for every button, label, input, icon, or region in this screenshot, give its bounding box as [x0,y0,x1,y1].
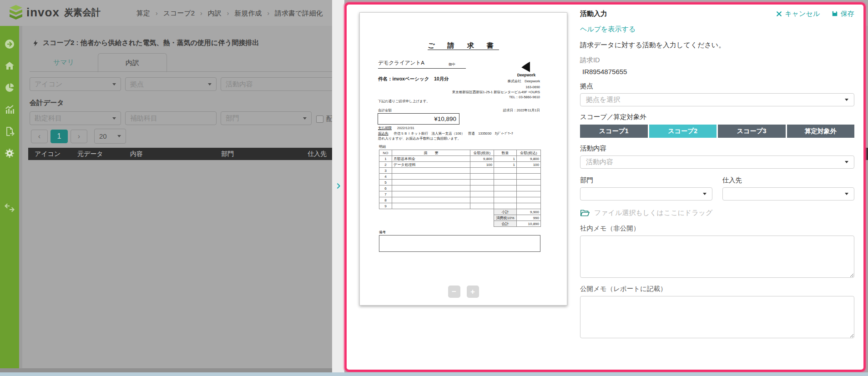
supplier-select[interactable] [722,187,855,201]
total-amount-label: 合計金額 [378,108,392,113]
vertical-scrollbar[interactable] [19,26,22,372]
sidebar-item-analytics[interactable] [0,101,19,118]
internal-memo-textarea[interactable] [580,236,854,278]
total-amount-value: ¥10,890 [378,113,459,125]
logo-suffix: 炭素会計 [64,6,101,19]
pagination-prev-button[interactable]: ‹ [31,130,48,143]
page-size-select[interactable]: 20 [94,129,126,144]
invoice-line-row: 3 [379,168,541,174]
invoice-line-row: 8 [379,197,541,203]
internal-memo-label: 社内メモ（非公開） [580,224,854,233]
invoice-company: 株式会社 Deepwork [508,79,540,84]
invoice-id-label: 請求ID [580,56,854,65]
filter-activity-input[interactable]: 活動内容 [221,77,339,91]
column-header-icon: アイコン [35,150,61,158]
save-label: 保存 [841,10,854,18]
breadcrumb-item[interactable]: スコープ2 [150,9,195,18]
file-drop-zone[interactable]: ファイル選択もしくはここにドラッグ [580,208,854,218]
filter-subaccount-input[interactable]: 補助科目 [125,111,217,125]
column-header-supplier: 仕入先 [308,150,327,158]
invoice-preview: ご 請 求 書 デモクライアントA 御中 Deepwork 件名：invoxベー… [359,12,567,306]
zoom-in-button[interactable]: + [467,286,479,298]
invoice-postal: 163-0690 [525,85,540,89]
breadcrumb-item[interactable]: 請求書で詳細化 [262,9,323,18]
due-date-label: 支払期限 [378,126,392,130]
invoice-date: 請求日：2022年11月1日 [503,108,540,113]
remarks-label: 備考 [379,230,386,235]
scope1-button[interactable]: スコープ1 [580,125,648,138]
breadcrumb-item[interactable]: 算定 [136,9,150,18]
home-icon [4,60,15,71]
chevron-down-icon [303,117,307,120]
sidebar-item-settings[interactable] [0,145,19,161]
invox-logo-icon [9,5,23,20]
invoice-line-items-table: NO 摘 要 金額(税抜) 数量 金額(税込) 1 月額基本料金 9,800 1… [379,150,541,209]
app-logo[interactable]: invox 炭素会計 [9,5,101,20]
form-instruction: 請求データに対する活動を入力してください。 [580,41,854,50]
gear-icon [4,148,15,159]
filter-activity-placeholder: 活動内容 [226,80,253,89]
cancel-label: キャンセル [785,10,820,18]
invoice-line-row: 1 月額基本料金 9,800 1 9,800 [379,156,541,162]
summary-row: 小計 9,900 [494,209,541,215]
drawer-expand-button[interactable] [333,179,343,193]
sidebar-item-export[interactable] [0,123,19,140]
circle-arrow-icon [4,39,15,50]
scope2-button[interactable]: スコープ2 [649,125,717,138]
cancel-button[interactable]: キャンセル [776,10,820,18]
invoice-line-row: 6 [379,185,541,191]
sidebar-item-home[interactable] [0,58,19,74]
activity-select[interactable]: 活動内容 [580,155,854,169]
location-label: 拠点 [580,82,854,90]
location-select[interactable]: 拠点を選択 [580,93,854,106]
breadcrumb-item[interactable]: 新規作成 [222,9,262,18]
page-size-value: 20 [99,132,107,140]
activity-label: 活動内容 [580,144,854,153]
save-button[interactable]: 保存 [832,10,854,18]
zoom-out-button[interactable]: − [448,286,460,298]
chevron-down-icon [117,135,121,137]
sidebar-item-collapse[interactable] [0,200,19,216]
chevron-down-icon [845,161,848,163]
chevron-down-icon [112,117,116,120]
chevron-down-icon [703,193,707,195]
bank-line: 振込先 住信ＳＢＩネット銀行 法人第一支店（106） 普通 1335030 ｶ)… [378,131,513,136]
preview-zoom-controls: − + [360,286,567,298]
pagination-next-button[interactable]: › [71,130,87,143]
activity-placeholder: 活動内容 [586,158,613,166]
logo-text: invox [26,5,60,20]
public-memo-textarea[interactable] [580,296,854,338]
scope-heading: スコープ2 : 他者から供給された電気、熱・蒸気の使用に伴う間接排出 [32,39,259,47]
out-of-scope-button[interactable]: 算定対象外 [787,125,855,138]
close-icon [776,11,782,17]
sidebar-item-pie[interactable] [0,80,19,96]
filter-icon-select[interactable]: アイコン [30,77,121,91]
remarks-box [379,235,540,252]
lightning-bolt-icon [32,39,39,47]
tab-summary[interactable]: サマリ [30,53,98,71]
scope3-button[interactable]: スコープ3 [718,125,786,138]
breadcrumb: 算定スコープ2内訳新規作成請求書で詳細化 [136,9,323,18]
app-bottom-edge [0,368,344,372]
activity-input-drawer: ご 請 求 書 デモクライアントA 御中 Deepwork 件名：invoxベー… [344,2,866,372]
sidebar [0,26,19,372]
invoice-honorific: 御中 [449,62,455,67]
due-date-value: 2022/12/31 [397,126,414,130]
department-select[interactable] [580,187,712,201]
file-drop-text: ファイル選択もしくはここにドラッグ [594,209,712,217]
pie-chart-icon [4,82,15,93]
tab-breakdown[interactable]: 内訳 [98,53,167,72]
filter-subaccount-placeholder: 補助科目 [130,114,157,123]
help-link[interactable]: ヘルプを表示する [580,25,636,34]
pagination-page-button[interactable]: 1 [50,130,68,143]
filter-location-select[interactable]: 拠点 [125,77,217,91]
sidebar-item-start[interactable] [0,36,19,52]
filter-account-select[interactable]: 勘定科目 [30,111,121,125]
chevron-down-icon [208,83,212,85]
bank-info: 住信ＳＢＩネット銀行 法人第一支店（106） 普通 1335030 ｶ)ﾃﾞｨｰ… [394,131,513,135]
department-label: 部門 [580,176,712,185]
breadcrumb-item[interactable]: 内訳 [195,9,222,18]
filter-department-select[interactable]: 部門 [221,111,312,125]
scope-title: スコープ2 : 他者から供給された電気、熱・蒸気の使用に伴う間接排出 [43,39,259,47]
filter-icon-placeholder: アイコン [35,80,62,89]
